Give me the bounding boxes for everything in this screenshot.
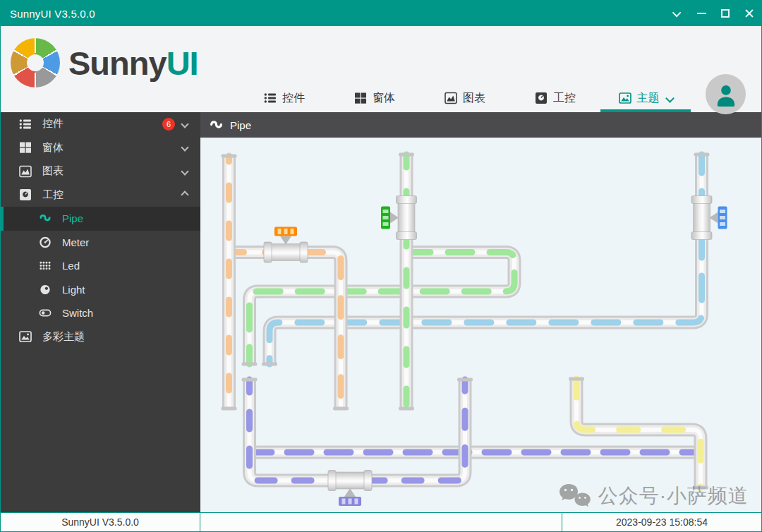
titlebar-expand-button[interactable] [665,1,689,26]
sidebar-group-label: 工控 [42,188,64,202]
pipe-canvas: 公众号·小萨频道 [200,138,761,512]
tab-charts[interactable]: 图表 [420,84,510,112]
logo-pinwheel-icon [11,38,60,87]
sidebar-item-meter[interactable]: Meter [1,231,200,255]
sidebar-item-pipe[interactable]: Pipe [1,207,200,231]
list-icon [264,92,277,104]
list-icon [19,118,32,131]
main-nav: 控件 窗体 图表 工控 主题 [239,84,691,112]
app-window: SunnyUI V3.5.0.0 SunnyUI 控件 窗体 图表 [0,0,762,532]
tab-label: 窗体 [373,91,395,106]
sidebar-item-led[interactable]: Led [1,254,200,278]
person-icon [713,81,739,108]
brand-name: SunnyUI [68,44,198,83]
chevron-down-icon [672,8,681,17]
brand-logo: SunnyUI [11,38,198,87]
pipe-diagram [200,138,761,512]
chevron-down-icon [181,120,188,128]
pipe-icon [210,119,223,132]
window-title: SunnyUI V3.5.0.0 [1,8,95,20]
sidebar-group-label: 控件 [42,117,64,131]
sidebar-group-label: 图表 [42,164,64,178]
chevron-down-icon [181,167,188,175]
title-bar: SunnyUI V3.5.0.0 [1,1,761,26]
windows-icon [354,92,367,104]
windows-icon [19,141,32,154]
sidebar-item-colorful-theme[interactable]: 多彩主题 [1,325,200,349]
chart-icon [19,165,32,178]
tab-label: 图表 [463,91,485,106]
maximize-button[interactable] [713,1,737,26]
pipe-icon [39,212,52,224]
gauge-icon [535,92,548,104]
minimize-icon [697,13,706,14]
chevron-up-icon [181,191,188,199]
switch-icon [39,307,52,319]
sidebar-item-label: Led [62,260,80,272]
notification-badge: 6 [162,118,175,131]
sidebar-item-light[interactable]: Light [1,278,200,302]
tab-controls[interactable]: 控件 [239,84,329,112]
sidebar-group-controls[interactable]: 控件 6 [1,112,200,136]
sidebar-item-switch[interactable]: Switch [1,301,200,325]
brand-secondary: UI [167,44,198,82]
main-area: Pipe [200,112,761,512]
tab-theme[interactable]: 主题 [600,84,691,112]
tab-label: 主题 [637,91,660,106]
tab-forms[interactable]: 窗体 [329,84,420,112]
brand-primary: Sunny [68,44,167,82]
user-avatar[interactable] [706,74,746,114]
image-icon [619,92,631,104]
maximize-icon [721,9,730,18]
meter-icon [39,236,52,248]
light-icon [39,284,52,296]
minimize-button[interactable] [689,1,713,26]
chart-icon [445,92,457,104]
panel-title: Pipe [230,119,251,131]
tab-label: 控件 [282,91,305,106]
sidebar-item-label: Pipe [62,212,83,224]
sidebar-item-label: Switch [62,307,93,319]
active-tab-underline [600,109,691,112]
sidebar-group-label: 窗体 [42,141,64,155]
sidebar-group-forms[interactable]: 窗体 [1,136,200,160]
sidebar: 控件 6 窗体 图表 工控 Pipe [1,112,200,512]
image-icon [19,330,32,343]
status-version: SunnyUI V3.5.0.0 [1,513,200,531]
status-datetime: 2023-09-23 15:08:54 [562,513,761,531]
close-button[interactable] [737,1,761,26]
status-bar: SunnyUI V3.5.0.0 2023-09-23 15:08:54 [1,512,761,531]
gauge-icon [19,188,32,201]
led-icon [39,260,52,272]
chevron-down-icon [665,94,675,103]
close-icon [744,8,754,18]
sidebar-item-label: Meter [62,236,89,248]
sidebar-group-charts[interactable]: 图表 [1,159,200,183]
panel-title-bar: Pipe [200,112,761,138]
chevron-down-icon [181,144,188,152]
tab-label: 工控 [553,91,576,106]
sidebar-item-label: Light [62,284,85,296]
header: SunnyUI 控件 窗体 图表 工控 主题 [1,26,761,112]
sidebar-group-industrial[interactable]: 工控 [1,183,200,207]
sidebar-item-label: 多彩主题 [42,330,85,344]
tab-industrial[interactable]: 工控 [510,84,600,112]
status-middle [200,513,562,531]
